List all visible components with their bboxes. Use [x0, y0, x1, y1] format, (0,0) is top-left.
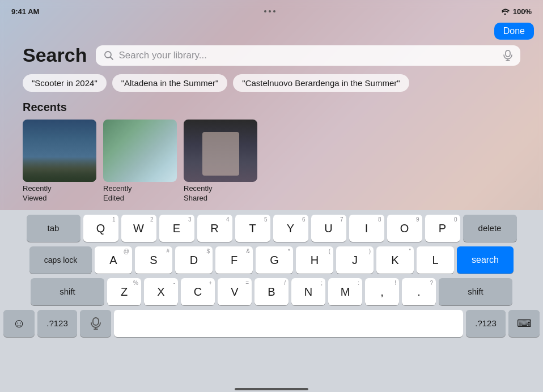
key-p[interactable]: 0P: [425, 215, 460, 242]
suggestion-chips: "Scooter in 2024" "Altadena in the Summe…: [23, 74, 520, 92]
mic-keyboard-icon: [91, 317, 101, 330]
done-button[interactable]: Done: [494, 23, 534, 40]
suggestion-chip-0[interactable]: "Scooter in 2024": [23, 74, 107, 92]
recents-grid: RecentlyViewed RecentlyEdited RecentlySh…: [23, 120, 520, 203]
keyboard-row-3: shift %Z -X +C =V /B ;N :M !, ?. shift: [3, 278, 540, 305]
recent-label-recently-edited: RecentlyEdited: [103, 184, 132, 203]
wifi-icon: [500, 8, 510, 15]
home-indicator: [0, 389, 543, 392]
dot-3: [273, 10, 275, 12]
suggestion-chip-2[interactable]: "Castelnuovo Berardenga in the Summer": [233, 74, 409, 92]
recent-label-recently-viewed: RecentlyViewed: [23, 184, 52, 203]
key-a[interactable]: @A: [95, 246, 132, 274]
key-r[interactable]: 4R: [197, 215, 232, 242]
keyboard-row-2: caps lock @A #S $D &F *G (H )J "K L sear…: [3, 246, 540, 274]
key-shift-right[interactable]: shift: [439, 278, 512, 305]
recent-label-recently-shared: RecentlyShared: [184, 184, 213, 203]
recent-item-recently-edited[interactable]: RecentlyEdited: [103, 120, 177, 203]
key-h[interactable]: (H: [296, 246, 333, 274]
status-bar: 9:41 AM 100%: [0, 0, 543, 20]
key-capslock[interactable]: caps lock: [29, 246, 92, 274]
keyboard-row-1: tab 1Q 2W 3E 4R 5T 6Y 7U 8I 9O 0P delete: [3, 215, 540, 242]
recent-thumb-recently-viewed: [23, 120, 96, 182]
keyboard: tab 1Q 2W 3E 4R 5T 6Y 7U 8I 9O 0P delete…: [0, 210, 543, 389]
top-bar: Done: [0, 20, 543, 44]
key-e[interactable]: 3E: [159, 215, 194, 242]
key-k[interactable]: "K: [376, 246, 414, 274]
key-m[interactable]: :M: [328, 278, 362, 305]
svg-rect-1: [506, 50, 510, 57]
home-bar: [235, 388, 308, 390]
key-delete[interactable]: delete: [463, 215, 517, 242]
svg-rect-4: [93, 318, 99, 325]
key-d[interactable]: $D: [175, 246, 213, 274]
recent-thumb-recently-edited: [103, 120, 177, 182]
key-emoji[interactable]: ☺: [3, 310, 35, 337]
key-o[interactable]: 9O: [387, 215, 422, 242]
key-i[interactable]: 8I: [349, 215, 384, 242]
key-period[interactable]: ?.: [402, 278, 436, 305]
key-v[interactable]: =V: [218, 278, 252, 305]
dot-2: [269, 10, 271, 12]
key-b[interactable]: /B: [254, 278, 289, 305]
status-center-dots: [264, 10, 275, 12]
key-g[interactable]: *G: [256, 246, 293, 274]
key-l[interactable]: L: [417, 246, 454, 274]
search-icon: [104, 50, 114, 61]
search-title: Search: [23, 44, 87, 66]
key-c[interactable]: +C: [181, 278, 215, 305]
key-keyboard[interactable]: ⌨: [508, 310, 540, 337]
key-numbers[interactable]: .?123: [37, 310, 77, 337]
spacebar[interactable]: [114, 310, 463, 337]
key-tab[interactable]: tab: [27, 215, 80, 242]
key-y[interactable]: 6Y: [273, 215, 308, 242]
search-input-wrapper: [96, 45, 520, 66]
key-w[interactable]: 2W: [121, 215, 156, 242]
recents-section: Recents RecentlyViewed RecentlyEdited Re…: [0, 101, 543, 210]
status-time: 9:41 AM: [11, 7, 39, 16]
battery-level: 100%: [513, 7, 532, 16]
recent-thumb-recently-shared: [184, 120, 257, 182]
key-x[interactable]: -X: [144, 278, 178, 305]
suggestion-chip-1[interactable]: "Altadena in the Summer": [112, 74, 228, 92]
key-j[interactable]: )J: [336, 246, 374, 274]
recents-label: Recents: [23, 101, 520, 114]
key-dictation[interactable]: [80, 310, 111, 337]
keyboard-bottom-row: ☺ .?123 .?123 ⌨: [3, 310, 540, 339]
search-area: Search "Scooter in 2024" "Altadena in th…: [0, 44, 543, 101]
key-comma[interactable]: !,: [365, 278, 399, 305]
key-shift-left[interactable]: shift: [31, 278, 104, 305]
dot-1: [264, 10, 266, 12]
key-z[interactable]: %Z: [107, 278, 141, 305]
key-t[interactable]: 5T: [235, 215, 270, 242]
key-n[interactable]: ;N: [291, 278, 325, 305]
key-s[interactable]: #S: [135, 246, 172, 274]
status-right: 100%: [500, 7, 532, 16]
keyboard-area: tab 1Q 2W 3E 4R 5T 6Y 7U 8I 9O 0P delete…: [0, 210, 543, 392]
recent-item-recently-viewed[interactable]: RecentlyViewed: [23, 120, 96, 203]
mic-icon[interactable]: [503, 50, 512, 61]
key-f[interactable]: &F: [215, 246, 253, 274]
screen: 9:41 AM 100% Done Search: [0, 0, 543, 392]
key-search[interactable]: search: [457, 246, 514, 274]
recent-item-recently-shared[interactable]: RecentlyShared: [184, 120, 257, 203]
key-numbers-2[interactable]: .?123: [466, 310, 506, 337]
key-u[interactable]: 7U: [311, 215, 346, 242]
search-header-row: Search: [23, 44, 520, 66]
search-input[interactable]: [118, 50, 499, 61]
key-q[interactable]: 1Q: [83, 215, 118, 242]
